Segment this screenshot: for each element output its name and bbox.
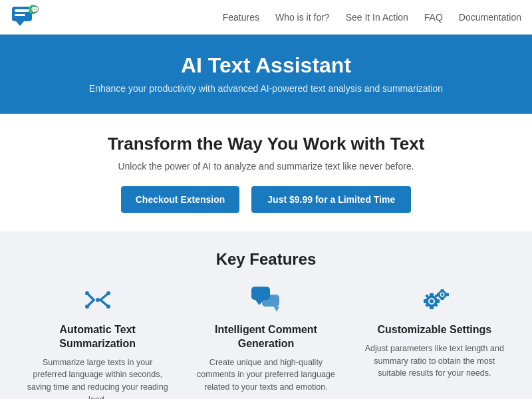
feature-settings-desc: Adjust parameters like text length and s… [364, 342, 505, 380]
feature-summarization-desc: Summarize large texts in your preferred … [27, 356, 168, 399]
feature-summarization-title: Automatic Text Summarization [27, 323, 168, 351]
nav-see-it-in-action[interactable]: See It In Action [346, 12, 408, 23]
hero-subtitle: Enhance your productivity with advanced … [13, 83, 519, 94]
svg-marker-18 [274, 307, 279, 312]
svg-rect-22 [430, 306, 434, 309]
svg-rect-21 [430, 293, 434, 297]
cta-section: Transform the Way You Work with Text Unl… [0, 114, 532, 231]
nav-faq[interactable]: FAQ [424, 12, 443, 23]
svg-rect-23 [424, 299, 427, 303]
svg-point-13 [106, 291, 110, 295]
nav-links: Features Who is it for? See It In Action… [223, 12, 521, 23]
features-title: Key Features [20, 250, 512, 269]
comment-generation-icon [195, 283, 336, 317]
price-button[interactable]: Just $9.99 for a Limited Time [251, 186, 411, 213]
cta-buttons: Checkout Extension Just $9.99 for a Limi… [13, 186, 519, 213]
logo: 💬 [11, 3, 40, 32]
features-section: Key Features Automatic Text Summarizatio… [0, 231, 532, 399]
svg-point-14 [106, 305, 110, 309]
summarization-icon [27, 283, 168, 317]
svg-rect-2 [15, 14, 25, 16]
navigation: 💬 Features Who is it for? See It In Acti… [0, 0, 532, 35]
svg-marker-3 [16, 21, 24, 26]
svg-text:💬: 💬 [31, 5, 39, 14]
svg-point-11 [85, 291, 89, 295]
svg-point-10 [96, 298, 100, 302]
feature-comment-generation: Intelligent Comment Generation Create un… [188, 283, 343, 399]
hero-section: AI Text Assistant Enhance your productiv… [0, 35, 532, 114]
svg-rect-1 [15, 9, 29, 12]
nav-documentation[interactable]: Documentation [459, 12, 521, 23]
svg-rect-31 [441, 289, 444, 292]
svg-point-30 [441, 293, 444, 296]
settings-icon [364, 283, 505, 317]
svg-point-20 [430, 299, 434, 303]
feature-comment-desc: Create unique and high-quality comments … [195, 356, 336, 394]
svg-rect-34 [446, 293, 449, 297]
checkout-extension-button[interactable]: Checkout Extension [121, 186, 240, 213]
svg-point-12 [85, 305, 89, 309]
feature-comment-title: Intelligent Comment Generation [195, 323, 336, 351]
cta-title: Transform the Way You Work with Text [13, 134, 519, 154]
hero-title: AI Text Assistant [13, 53, 519, 78]
feature-settings-title: Customizable Settings [364, 323, 505, 337]
svg-rect-17 [262, 295, 279, 307]
nav-features[interactable]: Features [223, 12, 259, 23]
svg-rect-32 [441, 297, 444, 300]
features-grid: Automatic Text Summarization Summarize l… [20, 283, 512, 399]
svg-rect-33 [437, 293, 440, 297]
cta-subtitle: Unlock the power of AI to analyze and su… [13, 161, 519, 172]
feature-settings: Customizable Settings Adjust parameters … [357, 283, 512, 399]
nav-who-is-it-for[interactable]: Who is it for? [275, 12, 330, 23]
logo-icon: 💬 [11, 3, 40, 32]
feature-summarization: Automatic Text Summarization Summarize l… [20, 283, 175, 399]
svg-rect-24 [436, 299, 440, 303]
